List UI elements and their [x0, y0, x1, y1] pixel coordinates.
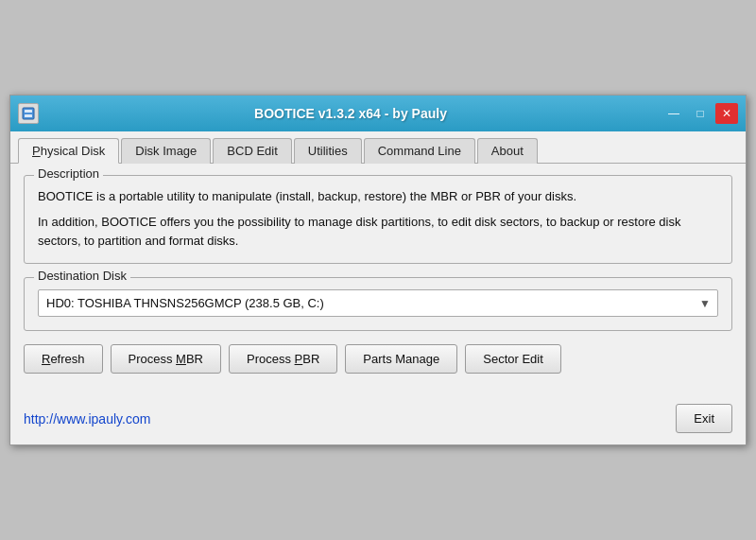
description-group: Description BOOTICE is a portable utilit…	[24, 175, 732, 265]
tab-utilities[interactable]: Utilities	[294, 138, 362, 164]
destination-disk-group: Destination Disk HD0: TOSHIBA THNSNS256G…	[24, 277, 732, 331]
tab-command-line[interactable]: Command Line	[364, 138, 475, 164]
disk-dropdown[interactable]: HD0: TOSHIBA THNSNS256GMCP (238.5 GB, C:…	[38, 289, 718, 317]
refresh-button[interactable]: Refresh	[24, 344, 103, 374]
process-pbr-button[interactable]: Process PBR	[229, 344, 337, 374]
destination-disk-group-title: Destination Disk	[34, 269, 130, 283]
process-mbr-button[interactable]: Process MBR	[111, 344, 221, 374]
window-title: BOOTICE v1.3.2 x64 - by Pauly	[39, 106, 662, 121]
tab-about[interactable]: About	[477, 138, 538, 164]
tab-disk-image[interactable]: Disk Image	[121, 138, 211, 164]
sector-edit-button[interactable]: Sector Edit	[465, 344, 561, 374]
tab-physical-disk-label: Physical Disk	[32, 144, 105, 158]
tab-content: Description BOOTICE is a portable utilit…	[10, 164, 746, 397]
disk-select-wrapper: HD0: TOSHIBA THNSNS256GMCP (238.5 GB, C:…	[38, 289, 718, 317]
description-text: BOOTICE is a portable utility to manipul…	[38, 187, 718, 251]
tab-utilities-label: Utilities	[308, 144, 348, 158]
exit-button[interactable]: Exit	[676, 404, 732, 433]
tab-about-label: About	[491, 144, 524, 158]
tab-command-line-label: Command Line	[378, 144, 461, 158]
description-paragraph-1: BOOTICE is a portable utility to manipul…	[38, 187, 718, 206]
footer: http://www.ipauly.com Exit	[10, 396, 746, 444]
parts-manage-button[interactable]: Parts Manage	[345, 344, 457, 374]
minimize-button[interactable]: —	[662, 103, 685, 124]
titlebar: BOOTICE v1.3.2 x64 - by Pauly — □ ✕	[10, 96, 746, 131]
description-group-title: Description	[34, 166, 103, 181]
description-paragraph-2: In addition, BOOTICE offers you the poss…	[38, 213, 718, 250]
svg-rect-0	[23, 108, 34, 119]
tab-bar: Physical Disk Disk Image BCD Edit Utilit…	[10, 131, 746, 164]
maximize-button[interactable]: □	[689, 103, 712, 124]
svg-rect-1	[25, 110, 32, 113]
tab-bcd-edit-label: BCD Edit	[227, 144, 277, 158]
main-window: BOOTICE v1.3.2 x64 - by Pauly — □ ✕ Phys…	[9, 95, 747, 446]
action-buttons-row: Refresh Process MBR Process PBR Parts Ma…	[24, 344, 732, 374]
tab-physical-disk[interactable]: Physical Disk	[18, 138, 119, 164]
svg-rect-2	[25, 114, 32, 117]
website-link[interactable]: http://www.ipauly.com	[24, 411, 150, 427]
close-button[interactable]: ✕	[715, 103, 738, 124]
tab-bcd-edit[interactable]: BCD Edit	[213, 138, 291, 164]
app-icon	[18, 103, 39, 124]
tab-disk-image-label: Disk Image	[135, 144, 197, 158]
window-controls: — □ ✕	[662, 103, 738, 124]
